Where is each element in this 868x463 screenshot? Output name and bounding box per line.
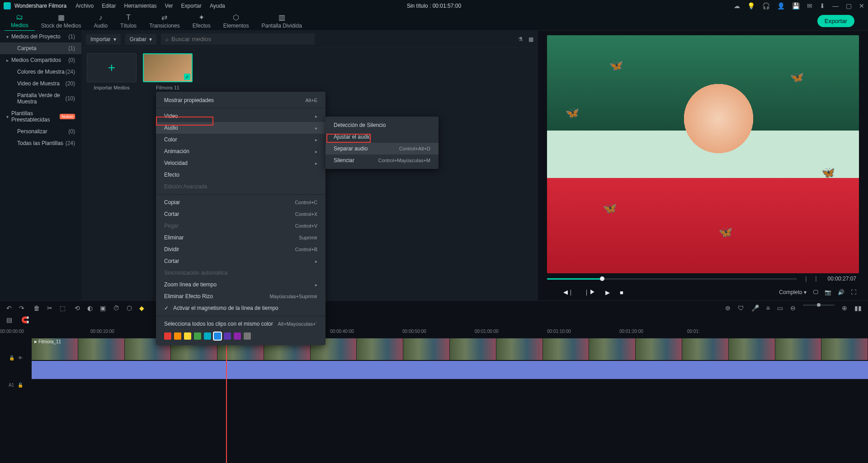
ctx-item[interactable]: Mostrar propiedadesAlt+E: [156, 94, 326, 106]
adjust-icon[interactable]: ▭: [777, 304, 783, 312]
step-back-button[interactable]: ｜▶: [584, 288, 595, 296]
redo-button[interactable]: ↷: [19, 304, 24, 312]
tab-split[interactable]: ▥Pantalla Dividida: [255, 11, 308, 31]
ctx-item[interactable]: ✓Activar el magnetismo de la línea de ti…: [156, 302, 326, 314]
menu-export[interactable]: Exportar: [181, 3, 202, 9]
jump-start-icon[interactable]: ｜: [803, 275, 809, 283]
maximize-button[interactable]: ▢: [846, 2, 852, 9]
quality-dropdown[interactable]: Completo ▾: [779, 289, 807, 295]
menu-edit[interactable]: Editar: [102, 3, 116, 9]
submenu-item[interactable]: SilenciarControl+Mayúsculas+M: [326, 154, 439, 166]
scrub-handle[interactable]: [600, 276, 604, 281]
split-button[interactable]: ✂: [47, 304, 52, 312]
audio-waveform[interactable]: [32, 361, 868, 379]
preview-canvas[interactable]: 🦋 🦋 🦋 🦋 🦋 🦋: [547, 35, 859, 273]
sidebar-item[interactable]: ▾Medios del Proyecto(1): [0, 31, 81, 42]
ctx-item[interactable]: Color▸: [156, 134, 326, 145]
menu-view[interactable]: Ver: [165, 3, 173, 9]
headphones-icon[interactable]: 🎧: [762, 2, 770, 9]
ctx-item[interactable]: Eliminar Efecto RizoMayúsculas+Suprimir: [156, 290, 326, 302]
search-box[interactable]: ⌕: [161, 33, 315, 45]
sidebar-item[interactable]: ▸Medios Compartidos(0): [0, 54, 81, 66]
ctx-item[interactable]: Efecto: [156, 169, 326, 181]
ctx-item[interactable]: Video▸: [156, 110, 326, 122]
voiceover-icon[interactable]: 🎤: [751, 304, 759, 312]
playhead[interactable]: [226, 337, 227, 463]
sidebar-item[interactable]: Colores de Muestra(24): [0, 66, 81, 78]
fit-icon[interactable]: ▮▮: [854, 304, 862, 312]
track-manager-icon[interactable]: ▤: [6, 316, 12, 323]
eye-icon[interactable]: 👁: [18, 355, 23, 360]
ctx-item[interactable]: Cortar▸: [156, 255, 326, 267]
record-dropdown[interactable]: Grabar▾: [125, 34, 156, 45]
magnet-icon[interactable]: 🧲: [21, 316, 29, 323]
filter-icon[interactable]: ⚗: [518, 36, 523, 42]
green-screen-button[interactable]: ▣: [100, 304, 106, 312]
save-icon[interactable]: 💾: [792, 2, 800, 9]
color-swatch[interactable]: [224, 332, 231, 340]
idea-icon[interactable]: 💡: [747, 2, 755, 9]
ctx-item[interactable]: EliminarSuprimir: [156, 232, 326, 243]
timeline-ruler[interactable]: 00:00:00:0000:00:10:0000:00:40:0000:00:5…: [0, 325, 868, 337]
tab-effects[interactable]: ✦Efectos: [186, 11, 217, 31]
crop-button[interactable]: ⬚: [60, 304, 66, 312]
display-icon[interactable]: 🖵: [813, 289, 818, 295]
ctx-item[interactable]: CortarControl+X: [156, 208, 326, 220]
mail-icon[interactable]: ✉: [807, 2, 812, 9]
cloud-icon[interactable]: ☁: [734, 2, 740, 9]
ctx-item[interactable]: Zoom línea de tiempo▸: [156, 279, 326, 290]
import-dropdown[interactable]: Importar▾: [86, 34, 121, 45]
zoom-slider[interactable]: [803, 304, 835, 306]
ctx-item[interactable]: CopiarControl+C: [156, 196, 326, 208]
tab-media[interactable]: 🗂Medios: [5, 11, 35, 31]
grid-view-icon[interactable]: ▦: [528, 36, 533, 42]
stop-button[interactable]: ■: [620, 289, 623, 296]
sidebar-item[interactable]: Video de Muestra(20): [0, 78, 81, 89]
submenu-item[interactable]: Detección de Silencio: [326, 119, 439, 131]
keyframe-button[interactable]: ◆: [139, 304, 144, 312]
tab-audio[interactable]: ♪Audio: [87, 12, 114, 31]
speed-button[interactable]: ⟲: [75, 304, 80, 312]
menu-help[interactable]: Ayuda: [210, 3, 225, 9]
prev-frame-button[interactable]: ◀｜: [563, 288, 574, 296]
marker-icon[interactable]: 🛡: [738, 304, 744, 312]
color-swatch[interactable]: [194, 332, 201, 340]
preview-scrubber[interactable]: ｜ ｜ 00:00:27:07: [547, 273, 859, 284]
sidebar-item[interactable]: Todas las Plantillas(24): [0, 137, 81, 149]
submenu-item[interactable]: Ajustar el audio: [326, 131, 439, 143]
ctx-item[interactable]: Selecciona todos los clips con el mismo …: [156, 318, 326, 330]
lock-icon[interactable]: 🔓: [9, 355, 14, 360]
volume-icon[interactable]: 🔊: [838, 289, 844, 295]
sidebar-item[interactable]: ▾Plantillas PreestablecidasNuevo: [0, 108, 81, 126]
menu-tools[interactable]: Herramientas: [124, 3, 157, 9]
import-media-tile[interactable]: + Importar Medios: [87, 53, 137, 90]
user-icon[interactable]: 👤: [777, 2, 785, 9]
lock-icon[interactable]: 🔓: [18, 383, 23, 388]
zoom-in-icon[interactable]: ⊕: [842, 304, 847, 312]
color-swatch[interactable]: [184, 332, 191, 340]
ctx-item[interactable]: Velocidad▸: [156, 157, 326, 169]
tab-elements[interactable]: ⬡Elementos: [217, 11, 255, 31]
ctx-item[interactable]: Audio▸: [156, 122, 326, 134]
search-input[interactable]: [171, 36, 310, 42]
color-swatch[interactable]: [174, 332, 181, 340]
mixer-icon[interactable]: ⊚: [725, 304, 731, 312]
color-swatch[interactable]: [164, 332, 171, 340]
ctx-item[interactable]: DividirControl+B: [156, 243, 326, 255]
audio-track-header[interactable]: A1 🔓: [0, 378, 32, 392]
render-button[interactable]: ⏱: [113, 304, 119, 312]
undo-button[interactable]: ↶: [6, 304, 12, 312]
tab-stock[interactable]: ▦Stock de Medios: [35, 11, 88, 31]
color-swatch[interactable]: [204, 332, 211, 340]
ai-button[interactable]: ⬡: [127, 304, 132, 312]
delete-button[interactable]: 🗑: [33, 304, 40, 312]
ctx-item[interactable]: Animación▸: [156, 145, 326, 157]
fullscreen-icon[interactable]: ⛶: [851, 289, 856, 295]
sidebar-item[interactable]: Carpeta(1): [0, 42, 81, 54]
play-button[interactable]: ▶: [605, 289, 610, 296]
sidebar-item[interactable]: Pantalla Verde de Muestra(10): [0, 89, 81, 108]
zoom-out-icon[interactable]: ⊖: [790, 304, 796, 312]
list-icon[interactable]: ≡: [766, 304, 770, 312]
download-icon[interactable]: ⬇: [820, 2, 825, 9]
tab-transitions[interactable]: ⇄Transiciones: [143, 11, 186, 31]
